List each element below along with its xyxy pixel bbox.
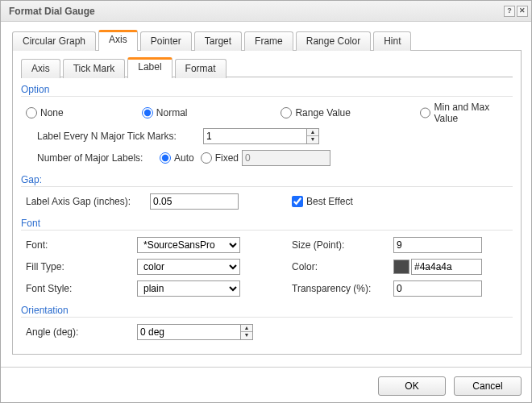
label-every-n-spin[interactable]: ▲▼	[203, 128, 319, 144]
radio-normal[interactable]: Normal	[142, 107, 281, 118]
tab-hint[interactable]: Hint	[373, 31, 411, 51]
tab-target[interactable]: Target	[194, 31, 242, 51]
font-select[interactable]: *SourceSansPro	[137, 237, 240, 253]
group-font: Font	[21, 218, 513, 231]
tab-frame[interactable]: Frame	[244, 31, 293, 51]
transp-input[interactable]	[393, 280, 482, 297]
chevron-up-icon[interactable]: ▲	[241, 325, 252, 332]
radio-minmax[interactable]: Min and Max Value	[420, 102, 513, 124]
tab-range-color[interactable]: Range Color	[296, 31, 371, 51]
tab-label: Circular Graph	[23, 35, 85, 47]
angle-label: Angle (deg):	[26, 326, 132, 338]
color-label: Color:	[292, 261, 389, 272]
radio-range[interactable]: Range Value	[281, 107, 420, 118]
main-panel: Axis Tick Mark Label Format Option None …	[12, 51, 522, 355]
font-style-select[interactable]: plain	[137, 280, 240, 297]
size-label: Size (Point):	[292, 239, 389, 251]
checkbox-label: Best Effect	[306, 196, 353, 207]
title-bar: Format Dial Gauge ? ✕	[1, 1, 532, 22]
tab-pointer[interactable]: Pointer	[140, 31, 192, 51]
help-icon[interactable]: ?	[504, 6, 515, 17]
tab-circular-graph[interactable]: Circular Graph	[12, 31, 96, 51]
num-major-label: Number of Major Labels:	[37, 152, 155, 164]
ok-button[interactable]: OK	[378, 376, 446, 396]
label-every-n-input[interactable]	[203, 128, 306, 144]
group-option: Option	[21, 84, 513, 97]
close-icon[interactable]: ✕	[517, 6, 528, 17]
cancel-button[interactable]: Cancel	[454, 376, 522, 396]
radio-label: Min and Max Value	[434, 102, 513, 124]
subtab-axis[interactable]: Axis	[21, 59, 60, 78]
tab-axis[interactable]: Axis	[98, 30, 138, 51]
color-input[interactable]	[411, 259, 482, 275]
radio-label: Range Value	[295, 107, 351, 118]
radio-auto[interactable]: Auto	[160, 152, 194, 164]
radio-label: Fixed	[215, 152, 239, 164]
window-title: Format Dial Gauge	[9, 1, 95, 22]
dialog-footer: OK Cancel	[1, 367, 532, 403]
subtab-tick-mark[interactable]: Tick Mark	[63, 59, 126, 78]
fill-type-label: Fill Type:	[26, 261, 132, 272]
tab-label: Axis	[109, 34, 127, 45]
tab-label: Axis	[31, 63, 50, 74]
font-style-label: Font Style:	[26, 283, 132, 294]
tab-label: Range Color	[306, 35, 360, 47]
tab-label: Tick Mark	[73, 63, 115, 74]
tab-label: Format	[185, 63, 216, 74]
tab-label: Label	[138, 61, 161, 73]
transp-label: Transparency (%):	[292, 283, 389, 294]
sub-tab-bar: Axis Tick Mark Label Format	[21, 59, 513, 77]
spin-buttons[interactable]: ▲▼	[240, 324, 253, 340]
chevron-down-icon[interactable]: ▼	[307, 136, 318, 143]
best-effect-check[interactable]: Best Effect	[292, 196, 353, 207]
color-swatch[interactable]	[393, 260, 409, 274]
font-label: Font:	[26, 239, 132, 251]
chevron-down-icon[interactable]: ▼	[241, 332, 252, 339]
radio-none[interactable]: None	[26, 107, 142, 118]
chevron-up-icon[interactable]: ▲	[307, 129, 318, 136]
group-orientation: Orientation	[21, 305, 513, 318]
tab-label: Target	[205, 35, 231, 47]
fill-type-select[interactable]: color	[137, 259, 240, 275]
tab-label: Pointer	[151, 35, 181, 47]
main-tab-bar: Circular Graph Axis Pointer Target Frame…	[12, 31, 522, 51]
subtab-label[interactable]: Label	[127, 57, 172, 78]
tab-label: Frame	[255, 35, 283, 47]
size-input[interactable]	[393, 237, 482, 253]
fixed-value-input[interactable]	[242, 150, 330, 166]
radio-label: None	[40, 107, 64, 118]
angle-input[interactable]	[137, 324, 240, 340]
group-gap: Gap:	[21, 174, 513, 187]
axis-gap-input[interactable]	[150, 193, 239, 210]
tab-label: Hint	[384, 35, 401, 47]
angle-spin[interactable]: ▲▼	[137, 324, 253, 340]
radio-label: Normal	[156, 107, 188, 118]
spin-buttons[interactable]: ▲▼	[306, 128, 319, 144]
radio-label: Auto	[174, 152, 194, 164]
subtab-format[interactable]: Format	[175, 59, 227, 78]
label-every-n: Label Every N Major Tick Marks:	[37, 131, 198, 142]
axis-gap-label: Label Axis Gap (inches):	[26, 196, 145, 207]
radio-fixed[interactable]: Fixed	[201, 152, 239, 164]
